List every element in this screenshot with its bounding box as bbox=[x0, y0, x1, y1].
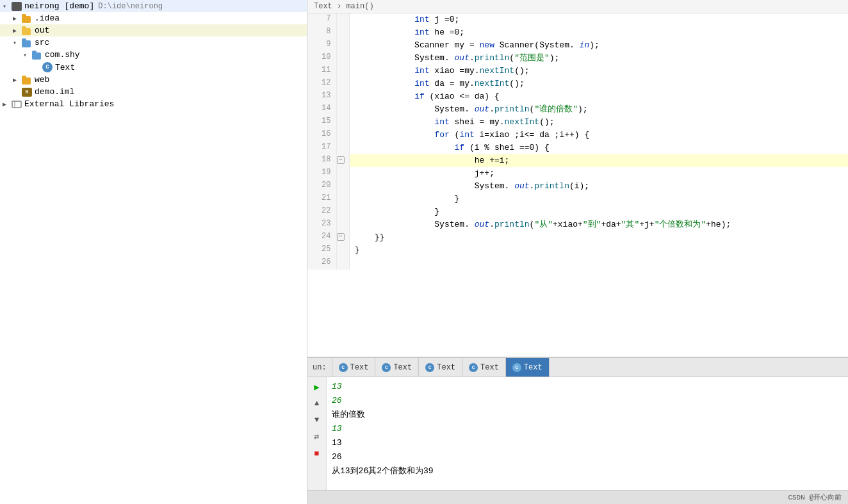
code-line-8: 8 int he =0; bbox=[307, 26, 848, 39]
play-button[interactable]: ▶ bbox=[310, 380, 324, 394]
code-content-7: int j =0; bbox=[349, 13, 848, 26]
tab-3[interactable]: C Text bbox=[419, 358, 462, 377]
line-num-12: 12 bbox=[307, 77, 336, 90]
sidebar-item-idea[interactable]: ▶ .idea bbox=[0, 12, 307, 24]
line-num-14: 14 bbox=[307, 103, 336, 116]
code-content-14: System. out.println("谁的倍数"); bbox=[349, 103, 848, 116]
tab-icon-4: C bbox=[469, 363, 478, 372]
code-line-25: 25 } bbox=[307, 244, 848, 257]
iml-icon: M bbox=[22, 88, 32, 97]
code-content-11: int xiao =my.nextInt(); bbox=[349, 65, 848, 77]
bottom-panel: un: C Text C Text C Text C Text bbox=[307, 357, 848, 504]
line-num-11: 11 bbox=[307, 65, 336, 77]
tab-icon-1: C bbox=[339, 363, 348, 372]
gutter-13 bbox=[336, 90, 349, 103]
breadcrumb: Text › main() bbox=[307, 0, 848, 13]
code-editor[interactable]: 7 int j =0; 8 int he =0; 9 bbox=[307, 13, 848, 357]
line-num-24: 24 bbox=[307, 231, 336, 244]
gutter-7 bbox=[336, 13, 349, 26]
line-num-22: 22 bbox=[307, 206, 336, 218]
tab-label-5: Text bbox=[524, 363, 542, 372]
sidebar-item-text-java[interactable]: ▶ C Text bbox=[0, 61, 307, 74]
output-line-4: 13 bbox=[332, 422, 843, 436]
line-num-9: 9 bbox=[307, 39, 336, 52]
code-line-13: 13 if (xiao <= da) { bbox=[307, 90, 848, 103]
text-java-label: Text bbox=[55, 63, 75, 72]
ext-libs-label: External Libraries bbox=[24, 99, 114, 109]
output-panel: ▶ ▲ ▼ ⇄ ■ 13 bbox=[307, 377, 848, 490]
sidebar-item-demo-iml[interactable]: ▶ M demo.iml bbox=[0, 86, 307, 98]
code-line-24: 24 − }} bbox=[307, 231, 848, 244]
line-num-18: 18 bbox=[307, 154, 336, 167]
expand-arrow-web: ▶ bbox=[13, 76, 22, 84]
sidebar-item-com-shy[interactable]: ▾ com.shy bbox=[0, 49, 307, 61]
watermark: CSDN @开心向前 bbox=[788, 492, 842, 502]
gutter-15 bbox=[336, 116, 349, 129]
tab-4[interactable]: C Text bbox=[462, 358, 506, 377]
code-content-19: j++; bbox=[349, 167, 848, 180]
output-line-1: 13 bbox=[332, 380, 843, 394]
tab-5[interactable]: C Text bbox=[506, 358, 550, 377]
code-content-23: System. out.println("从"+xiao+"到"+da+"其"+… bbox=[349, 218, 848, 231]
tab-2[interactable]: C Text bbox=[375, 358, 419, 377]
output-line-3: 谁的倍数 bbox=[332, 408, 843, 422]
scroll-down-button[interactable]: ▼ bbox=[310, 413, 324, 427]
sidebar: ▾ neirong [demo] D:\ide\neirong ▶ .idea … bbox=[0, 0, 307, 504]
code-content-17: if (i % shei ==0) { bbox=[349, 142, 848, 154]
gutter-10 bbox=[336, 52, 349, 65]
ext-libs-icon bbox=[12, 100, 22, 109]
code-content-13: if (xiao <= da) { bbox=[349, 90, 848, 103]
gutter-26 bbox=[336, 257, 349, 270]
sidebar-item-root[interactable]: ▾ neirong [demo] D:\ide\neirong bbox=[0, 0, 307, 12]
code-line-9: 9 Scanner my = new Scanner(System. in); bbox=[307, 39, 848, 52]
output-line-7: 从13到26其2个倍数和为39 bbox=[332, 464, 843, 478]
arrow-up-icon: ▲ bbox=[314, 399, 319, 408]
rerun-button[interactable]: ⇄ bbox=[310, 430, 324, 444]
stop-button[interactable]: ■ bbox=[310, 446, 324, 460]
sidebar-item-web[interactable]: ▶ web bbox=[0, 74, 307, 86]
output-line-5: 13 bbox=[332, 436, 843, 450]
project-icon bbox=[12, 2, 22, 11]
tab-1[interactable]: C Text bbox=[332, 358, 376, 377]
tab-label-4: Text bbox=[480, 363, 499, 372]
code-line-11: 11 int xiao =my.nextInt(); bbox=[307, 65, 848, 77]
gutter-22 bbox=[336, 206, 349, 218]
line-num-7: 7 bbox=[307, 13, 336, 26]
line-num-17: 17 bbox=[307, 142, 336, 154]
code-line-26: 26 bbox=[307, 257, 848, 270]
tab-bar: un: C Text C Text C Text C Text bbox=[307, 358, 848, 377]
output-content: 13 26 谁的倍数 13 13 26 从13到26其2个倍数和为39 bbox=[327, 377, 848, 490]
arrow-down-icon: ▼ bbox=[314, 416, 319, 425]
code-line-18: 18 − he +=i; bbox=[307, 154, 848, 167]
sidebar-item-src[interactable]: ▾ src bbox=[0, 37, 307, 49]
code-content-15: int shei = my.nextInt(); bbox=[349, 116, 848, 129]
gutter-19 bbox=[336, 167, 349, 180]
fold-icon-24[interactable]: − bbox=[337, 233, 345, 241]
code-line-14: 14 System. out.println("谁的倍数"); bbox=[307, 103, 848, 116]
line-num-8: 8 bbox=[307, 26, 336, 39]
code-table: 7 int j =0; 8 int he =0; 9 bbox=[307, 13, 848, 270]
line-num-20: 20 bbox=[307, 180, 336, 193]
tab-icon-3: C bbox=[425, 363, 434, 372]
scroll-up-button[interactable]: ▲ bbox=[310, 396, 324, 411]
gutter-14 bbox=[336, 103, 349, 116]
code-content-10: System. out.println("范围是"); bbox=[349, 52, 848, 65]
line-num-25: 25 bbox=[307, 244, 336, 257]
web-label: web bbox=[35, 75, 49, 85]
gutter-18: − bbox=[336, 154, 349, 167]
code-content-24: }} bbox=[349, 231, 848, 244]
sidebar-item-ext-libs[interactable]: ▶ External Libraries bbox=[0, 98, 307, 110]
tab-label-1: Text bbox=[350, 363, 369, 372]
com-shy-label: com.shy bbox=[45, 50, 80, 60]
code-content-18: he +=i; bbox=[349, 154, 848, 167]
line-num-23: 23 bbox=[307, 218, 336, 231]
sidebar-item-out[interactable]: ▶ out bbox=[0, 24, 307, 37]
line-num-10: 10 bbox=[307, 52, 336, 65]
fold-icon-18[interactable]: − bbox=[337, 156, 345, 164]
code-content-20: System. out.println(i); bbox=[349, 180, 848, 193]
folder-icon-src bbox=[22, 38, 32, 47]
folder-icon-com-shy bbox=[32, 51, 42, 60]
code-content-16: for (int i=xiao ;i<= da ;i++) { bbox=[349, 129, 848, 142]
code-content-25: } bbox=[349, 244, 848, 257]
out-label: out bbox=[35, 26, 49, 35]
